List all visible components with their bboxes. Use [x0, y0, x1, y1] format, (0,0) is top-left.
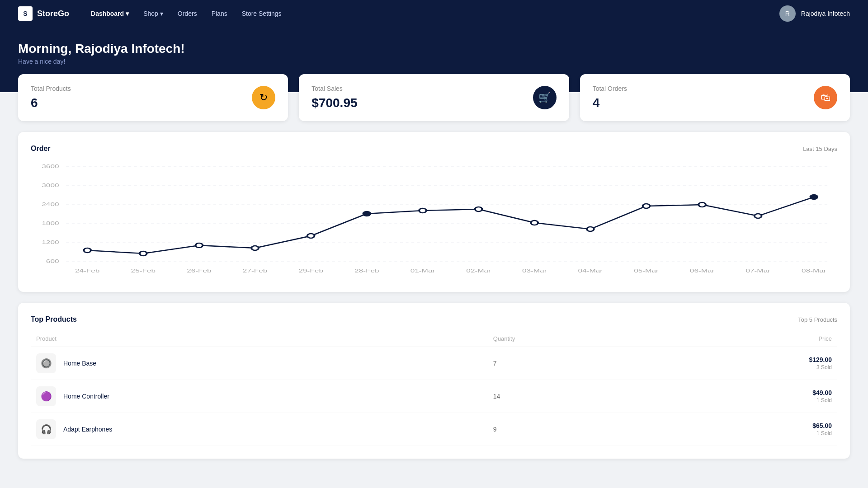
svg-point-23 — [698, 202, 706, 207]
product-name-1: Home Controller — [63, 393, 109, 400]
stat-card-sales: Total Sales $700.95 🛒 — [299, 74, 569, 121]
col-quantity: Quantity — [488, 331, 660, 347]
avatar: R — [779, 5, 796, 22]
table-row: 🎧 Adapt Earphones 9 $65.00 1 Sold — [31, 413, 837, 446]
svg-point-19 — [475, 207, 482, 211]
navbar: S StoreGo Dashboard ▾ Shop ▾ Orders Plan… — [0, 0, 868, 27]
logo-text: StoreGo — [37, 9, 69, 19]
svg-text:25-Feb: 25-Feb — [131, 268, 156, 273]
nav-orders[interactable]: Orders — [178, 10, 197, 17]
nav-links: Dashboard ▾ Shop ▾ Orders Plans Store Se… — [91, 10, 282, 17]
product-price-2: $65.00 1 Sold — [660, 413, 837, 446]
stat-label-sales: Total Sales — [311, 85, 357, 92]
chart-card: Order Last 15 Days 3600 3000 2400 1800 1… — [18, 132, 850, 292]
svg-point-12 — [84, 248, 91, 253]
chevron-down-icon: ▾ — [160, 10, 163, 17]
col-product: Product — [31, 331, 488, 347]
svg-text:2400: 2400 — [42, 202, 59, 207]
table-row: 🟣 Home Controller 14 $49.00 1 Sold — [31, 380, 837, 413]
nav-left: S StoreGo Dashboard ▾ Shop ▾ Orders Plan… — [18, 6, 282, 21]
product-image-0: 🔘 — [36, 353, 56, 373]
svg-text:02-Mar: 02-Mar — [466, 268, 491, 273]
product-qty-0: 7 — [488, 347, 660, 380]
svg-text:01-Mar: 01-Mar — [410, 268, 435, 273]
table-title: Top Products — [31, 315, 77, 324]
logo[interactable]: S StoreGo — [18, 6, 69, 21]
svg-text:3600: 3600 — [42, 164, 59, 169]
stat-cards: Total Products 6 ↻ Total Sales $700.95 🛒… — [18, 74, 850, 121]
chevron-down-icon: ▾ — [126, 10, 129, 17]
stat-icon-products: ↻ — [252, 86, 275, 109]
logo-icon: S — [18, 6, 33, 21]
product-cell-0: 🔘 Home Base — [31, 347, 488, 380]
top-products-card: Top Products Top 5 Products Product Quan… — [18, 303, 850, 459]
svg-point-20 — [531, 221, 538, 225]
svg-text:1800: 1800 — [42, 221, 59, 226]
user-name[interactable]: Rajodiya Infotech — [801, 10, 850, 17]
svg-text:05-Mar: 05-Mar — [634, 268, 659, 273]
cart-icon: 🛒 — [538, 92, 551, 103]
stat-value-sales: $700.95 — [311, 96, 357, 110]
stat-card-orders: Total Orders 4 🛍 — [580, 74, 850, 121]
svg-point-14 — [196, 243, 203, 248]
table-badge: Top 5 Products — [798, 316, 837, 323]
stat-info-sales: Total Sales $700.95 — [311, 85, 357, 110]
product-qty-1: 14 — [488, 380, 660, 413]
chart-title: Order — [31, 145, 51, 153]
table-row: 🔘 Home Base 7 $129.00 3 Sold — [31, 347, 837, 380]
nav-shop[interactable]: Shop ▾ — [143, 10, 163, 17]
svg-point-25 — [811, 195, 818, 199]
svg-text:06-Mar: 06-Mar — [690, 268, 715, 273]
table-header: Top Products Top 5 Products — [31, 315, 837, 324]
product-price-1: $49.00 1 Sold — [660, 380, 837, 413]
order-chart: 3600 3000 2400 1800 1200 600 — [31, 162, 837, 279]
svg-text:28-Feb: 28-Feb — [354, 268, 379, 273]
nav-right: R Rajodiya Infotech — [779, 5, 850, 22]
svg-point-22 — [643, 204, 650, 208]
nav-dashboard[interactable]: Dashboard ▾ — [91, 10, 129, 17]
svg-point-17 — [363, 211, 371, 216]
svg-text:600: 600 — [46, 258, 59, 264]
svg-text:08-Mar: 08-Mar — [802, 268, 826, 273]
svg-text:24-Feb: 24-Feb — [75, 268, 100, 273]
svg-text:1200: 1200 — [42, 239, 59, 245]
svg-point-18 — [419, 208, 426, 213]
col-price: Price — [660, 331, 837, 347]
product-image-2: 🎧 — [36, 419, 56, 439]
stat-value-products: 6 — [31, 96, 71, 110]
product-name-2: Adapt Earphones — [63, 426, 112, 433]
svg-point-21 — [587, 227, 594, 231]
svg-point-24 — [755, 214, 762, 218]
chart-header: Order Last 15 Days — [31, 145, 837, 153]
stat-value-orders: 4 — [593, 96, 627, 110]
svg-text:27-Feb: 27-Feb — [243, 268, 268, 273]
product-name-0: Home Base — [63, 360, 96, 367]
svg-text:04-Mar: 04-Mar — [578, 268, 603, 273]
main-content: Total Products 6 ↻ Total Sales $700.95 🛒… — [0, 74, 868, 477]
svg-text:3000: 3000 — [42, 183, 59, 188]
stat-label-orders: Total Orders — [593, 85, 627, 92]
nav-store-settings[interactable]: Store Settings — [242, 10, 282, 17]
product-qty-2: 9 — [488, 413, 660, 446]
svg-point-15 — [251, 246, 259, 250]
chart-container: 3600 3000 2400 1800 1200 600 — [31, 162, 837, 279]
stat-label-products: Total Products — [31, 85, 71, 92]
svg-text:29-Feb: 29-Feb — [298, 268, 323, 273]
greeting: Morning, Rajodiya Infotech! — [18, 42, 850, 56]
products-table: Product Quantity Price 🔘 Home Base 7 $12… — [31, 331, 837, 446]
stat-info-orders: Total Orders 4 — [593, 85, 627, 110]
svg-text:07-Mar: 07-Mar — [745, 268, 770, 273]
stat-card-products: Total Products 6 ↻ — [18, 74, 288, 121]
nav-plans[interactable]: Plans — [212, 10, 227, 17]
svg-point-16 — [307, 234, 315, 238]
stat-icon-sales: 🛒 — [533, 86, 557, 109]
product-cell-1: 🟣 Home Controller — [31, 380, 488, 413]
svg-text:03-Mar: 03-Mar — [522, 268, 547, 273]
svg-text:26-Feb: 26-Feb — [187, 268, 212, 273]
svg-point-13 — [140, 251, 147, 256]
stat-info-products: Total Products 6 — [31, 85, 71, 110]
refresh-icon: ↻ — [259, 92, 268, 103]
product-price-0: $129.00 3 Sold — [660, 347, 837, 380]
stat-icon-orders: 🛍 — [814, 86, 837, 109]
product-cell-2: 🎧 Adapt Earphones — [31, 413, 488, 446]
